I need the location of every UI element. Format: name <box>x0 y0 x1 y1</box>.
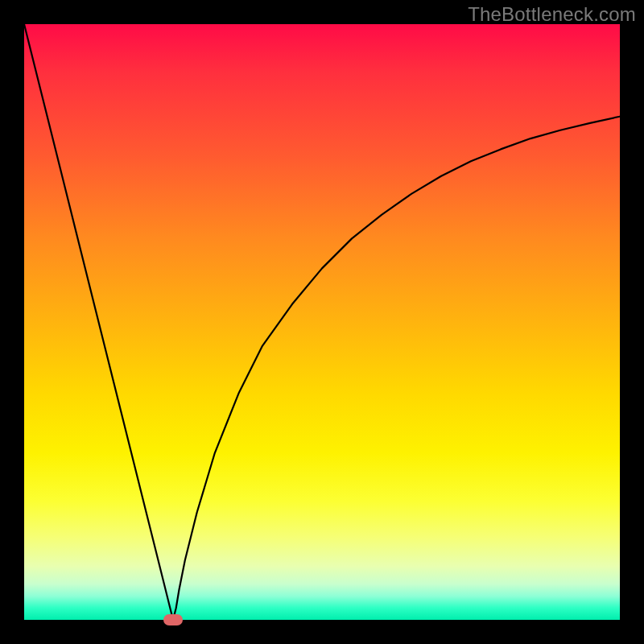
curve-svg <box>24 24 620 620</box>
plot-area <box>24 24 620 620</box>
minimum-marker <box>163 614 183 625</box>
watermark-label: TheBottleneck.com <box>468 3 636 26</box>
bottleneck-curve <box>24 24 620 620</box>
chart-frame: TheBottleneck.com <box>0 0 644 644</box>
